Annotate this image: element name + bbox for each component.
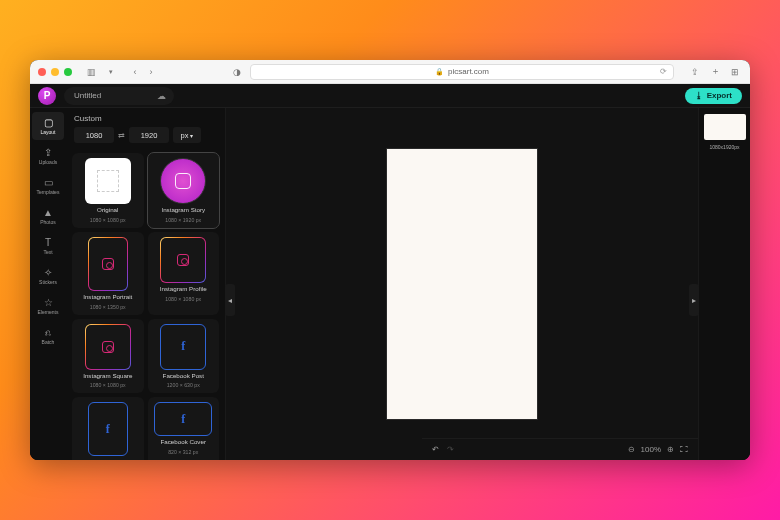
- rail-item-text[interactable]: TText: [32, 232, 64, 260]
- lock-icon: 🔒: [435, 68, 444, 76]
- preset-card[interactable]: Instagram Story1080 × 1920 px: [148, 153, 220, 228]
- export-label: Export: [707, 91, 732, 100]
- rail-item-photos[interactable]: ▲Photos: [32, 202, 64, 230]
- preset-thumb: [85, 158, 131, 204]
- preset-thumb: [160, 158, 206, 204]
- elements-icon: ☆: [44, 298, 53, 308]
- preset-card[interactable]: fFacebook Post1200 × 630 px: [148, 319, 220, 394]
- canvas[interactable]: [387, 149, 537, 419]
- stickers-icon: ✧: [44, 268, 52, 278]
- cloud-sync-icon[interactable]: ☁: [157, 91, 166, 101]
- preset-thumb: f: [88, 402, 128, 456]
- rail-item-batch[interactable]: ⎌Batch: [32, 322, 64, 350]
- rail-label: Stickers: [39, 279, 57, 285]
- tabs-icon[interactable]: ⊞: [728, 65, 742, 79]
- canvas-stage[interactable]: ◂ ▸ ↶ ↷ ⊖ 100% ⊕ ⛶: [226, 108, 698, 460]
- rail-item-layout[interactable]: ▢Layout: [32, 112, 64, 140]
- preset-thumb: f: [160, 324, 206, 370]
- app-root: P Untitled ☁ ⭳ Export ▢Layout⇪Uploads▭Te…: [30, 84, 750, 460]
- export-button[interactable]: ⭳ Export: [685, 88, 742, 104]
- unit-dropdown[interactable]: px▾: [173, 127, 201, 143]
- app-logo[interactable]: P: [38, 87, 56, 105]
- window-controls: [38, 68, 72, 76]
- app-topbar: P Untitled ☁ ⭳ Export: [30, 84, 750, 108]
- preset-dims: 1080 × 1350 px: [90, 304, 126, 310]
- preset-card[interactable]: Instagram Square1080 × 1080 px: [72, 319, 144, 394]
- photos-icon: ▲: [43, 208, 53, 218]
- preset-label: Instagram Profile: [160, 286, 207, 293]
- preset-grid: Original1080 × 1080 pxInstagram Story108…: [66, 149, 225, 460]
- zoom-in-button[interactable]: ⊕: [667, 445, 674, 454]
- browser-window: ▥ ▾ ‹ › ◑ 🔒 picsart.com ⟳ ⇪ ＋ ⊞ P Untitl…: [30, 60, 750, 460]
- page-thumbnail[interactable]: [704, 114, 746, 140]
- export-icon: ⭳: [695, 91, 703, 100]
- preset-label: Facebook Cover: [161, 439, 206, 446]
- preset-dims: 1200 × 630 px: [167, 382, 200, 388]
- chevron-down-icon[interactable]: ▾: [104, 65, 118, 79]
- preset-label: Instagram Story: [161, 207, 205, 214]
- page-dimensions: 1080x1920px: [709, 144, 739, 150]
- text-icon: T: [45, 238, 51, 248]
- zoom-out-button[interactable]: ⊖: [628, 445, 635, 454]
- preset-thumb: [88, 237, 128, 291]
- minimize-window-icon[interactable]: [51, 68, 59, 76]
- link-dimensions-icon[interactable]: ⇄: [118, 131, 125, 140]
- collapse-right-panel[interactable]: ▸: [689, 284, 699, 316]
- rail-item-elements[interactable]: ☆Elements: [32, 292, 64, 320]
- tool-rail: ▢Layout⇪Uploads▭Templates▲PhotosTText✧St…: [30, 108, 66, 460]
- preset-dims: 1080 × 1080 px: [90, 382, 126, 388]
- maximize-window-icon[interactable]: [64, 68, 72, 76]
- layout-icon: ▢: [44, 118, 53, 128]
- preset-dims: 1080 × 1080 px: [90, 217, 126, 223]
- close-window-icon[interactable]: [38, 68, 46, 76]
- browser-chrome: ▥ ▾ ‹ › ◑ 🔒 picsart.com ⟳ ⇪ ＋ ⊞: [30, 60, 750, 84]
- rail-label: Templates: [37, 189, 60, 195]
- rail-label: Photos: [40, 219, 56, 225]
- preset-label: Facebook Story: [86, 459, 129, 460]
- new-tab-icon[interactable]: ＋: [708, 65, 722, 79]
- rail-label: Batch: [42, 339, 55, 345]
- preset-card[interactable]: Original1080 × 1080 px: [72, 153, 144, 228]
- fit-screen-button[interactable]: ⛶: [680, 445, 688, 454]
- rail-label: Text: [43, 249, 52, 255]
- url-text: picsart.com: [448, 67, 489, 76]
- preset-card[interactable]: fFacebook Cover820 × 312 px: [148, 397, 220, 460]
- redo-button[interactable]: ↷: [447, 445, 454, 454]
- custom-dimensions-row: 1080 ⇄ 1920 px▾: [66, 127, 225, 149]
- undo-button[interactable]: ↶: [432, 445, 439, 454]
- document-title-text: Untitled: [74, 91, 101, 100]
- preset-card[interactable]: fFacebook Story1080 × 1920 px: [72, 397, 144, 460]
- preset-label: Original: [97, 207, 118, 214]
- width-input[interactable]: 1080: [74, 127, 114, 143]
- rail-label: Layout: [40, 129, 55, 135]
- forward-button[interactable]: ›: [144, 65, 158, 79]
- preset-label: Instagram Portrait: [83, 294, 132, 301]
- panel-header: Custom: [66, 108, 225, 127]
- rail-label: Elements: [38, 309, 59, 315]
- address-bar[interactable]: 🔒 picsart.com ⟳: [250, 64, 674, 80]
- rail-item-stickers[interactable]: ✧Stickers: [32, 262, 64, 290]
- rail-item-uploads[interactable]: ⇪Uploads: [32, 142, 64, 170]
- preset-thumb: [160, 237, 206, 283]
- preset-card[interactable]: Instagram Profile1080 × 1080 px: [148, 232, 220, 315]
- templates-icon: ▭: [44, 178, 53, 188]
- batch-icon: ⎌: [45, 328, 51, 338]
- preset-dims: 820 × 312 px: [168, 449, 198, 455]
- document-title[interactable]: Untitled ☁: [64, 87, 174, 105]
- collapse-left-panel[interactable]: ◂: [225, 284, 235, 316]
- shield-icon[interactable]: ◑: [230, 65, 244, 79]
- sidebar-toggle-icon[interactable]: ▥: [84, 65, 98, 79]
- app-main: ▢Layout⇪Uploads▭Templates▲PhotosTText✧St…: [30, 108, 750, 460]
- zoom-level[interactable]: 100%: [641, 445, 661, 454]
- share-icon[interactable]: ⇪: [688, 65, 702, 79]
- back-button[interactable]: ‹: [128, 65, 142, 79]
- rail-item-templates[interactable]: ▭Templates: [32, 172, 64, 200]
- height-input[interactable]: 1920: [129, 127, 169, 143]
- preset-card[interactable]: Instagram Portrait1080 × 1350 px: [72, 232, 144, 315]
- layout-panel: Custom 1080 ⇄ 1920 px▾ Original1080 × 10…: [66, 108, 226, 460]
- rail-label: Uploads: [39, 159, 57, 165]
- preset-thumb: [85, 324, 131, 370]
- preset-label: Instagram Square: [83, 373, 132, 380]
- reload-icon[interactable]: ⟳: [660, 67, 667, 76]
- uploads-icon: ⇪: [44, 148, 52, 158]
